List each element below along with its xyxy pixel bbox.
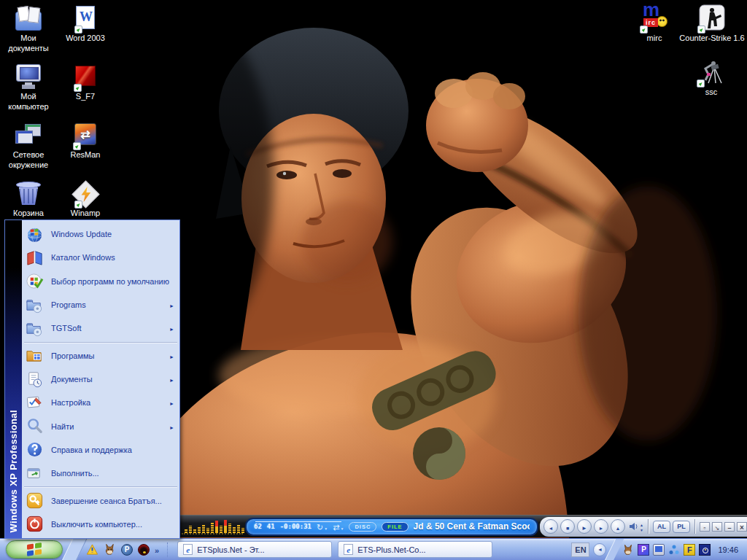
desktop-icon-word-2003[interactable]: Word 2003 <box>58 3 112 44</box>
volume-spinner[interactable] <box>640 521 643 532</box>
shortcut-arrow-icon <box>74 26 82 34</box>
shut-down-power-icon <box>26 515 44 533</box>
track-title: Jd & 50 Cent & Fatman Scoop - It'S Like … <box>414 521 530 532</box>
taskbar-clock[interactable]: 19:46 <box>714 545 744 554</box>
repeat-icon <box>317 520 323 533</box>
menu-item-documents[interactable]: Документы <box>22 368 179 391</box>
default-programs-icon <box>26 272 44 290</box>
minimize-button[interactable] <box>724 522 735 532</box>
desktop-icon-resman[interactable]: ResMan <box>58 120 112 160</box>
menu-item-default-programs[interactable]: Выбор программ по умолчанию <box>22 270 179 293</box>
shuffle-button[interactable] <box>333 520 344 533</box>
speaker-icon <box>629 522 639 531</box>
submenu-arrow-icon <box>169 351 174 360</box>
previous-icon <box>549 520 554 533</box>
menu-separator <box>24 342 177 343</box>
desktop-icon-winamp[interactable]: Winamp <box>58 178 112 219</box>
run-icon <box>26 464 44 483</box>
tray-display-icon[interactable] <box>653 544 665 556</box>
windows-flag-icon <box>26 542 42 556</box>
restore-button[interactable] <box>700 522 710 532</box>
quick-launch <box>83 543 165 556</box>
submenu-arrow-icon <box>169 324 174 332</box>
menu-item-tgtsoft[interactable]: TGTSoft <box>22 316 179 340</box>
menu-item-settings[interactable]: Настройка <box>22 391 179 414</box>
start-menu-banner: Windows XP Professional <box>5 220 22 538</box>
chevron-down-icon <box>324 520 328 533</box>
menu-item-programs-en[interactable]: Programs <box>22 293 179 316</box>
windows-update-icon <box>26 225 44 244</box>
task-button-label: ETS-Plus.Net-Co... <box>357 545 426 554</box>
tray-network-molecule-icon[interactable] <box>668 544 680 556</box>
desktop-icon-recycle-bin[interactable]: Корзина <box>1 178 55 219</box>
desktop-icon-ssc[interactable]: ssc <box>687 57 735 98</box>
desktop-icon-my-computer[interactable]: Мой компьютер <box>1 61 55 112</box>
dock-button[interactable] <box>712 522 722 532</box>
task-button-ets-plus[interactable]: ETS-Plus.Net-Co... <box>338 541 492 558</box>
taskbar-grip[interactable] <box>167 542 169 557</box>
desktop-icon-my-documents[interactable]: Мои документы <box>1 3 55 54</box>
stop-button[interactable] <box>560 519 575 534</box>
repeat-button[interactable] <box>317 520 328 533</box>
programs-menu-icon <box>26 346 44 365</box>
menu-item-log-off[interactable]: Завершение сеанса Братъя... <box>22 489 179 512</box>
my-documents-icon <box>15 3 42 32</box>
pl-button[interactable]: PL <box>673 521 690 533</box>
desktop-icon-s-f7[interactable]: S_F7 <box>58 61 112 102</box>
divider <box>694 519 695 534</box>
menu-item-programs-ru[interactable]: Программы <box>22 344 179 368</box>
shortcut-arrow-icon <box>74 201 82 209</box>
desktop-icon-label: Word 2003 <box>66 34 105 44</box>
winamp-controls: AL PL <box>540 517 747 537</box>
next-button[interactable] <box>594 519 608 534</box>
next-icon <box>599 520 604 533</box>
close-button[interactable] <box>737 522 747 532</box>
tray-network-activity-icon[interactable] <box>699 544 711 556</box>
tray-emule-icon[interactable] <box>622 544 634 556</box>
winamp-icon <box>76 178 96 207</box>
desktop-icon-label: S_F7 <box>76 92 95 102</box>
start-button[interactable] <box>6 540 63 559</box>
menu-item-help[interactable]: Справка и поддержка <box>22 438 179 462</box>
submenu-arrow-icon <box>169 422 174 431</box>
banner-text: Windows XP Professional <box>8 404 19 539</box>
desktop-icon-mirc[interactable]: mirc <box>630 3 678 44</box>
menu-separator <box>24 486 177 487</box>
shortcut-arrow-icon <box>74 84 82 92</box>
disc-button[interactable]: DISC <box>349 522 376 532</box>
tray-flashget-icon[interactable] <box>684 544 695 556</box>
quick-launch-overflow-chevron-icon[interactable] <box>155 543 159 556</box>
menu-item-windows-update[interactable]: Windows Update <box>22 222 179 246</box>
hide-tray-icons-button[interactable] <box>593 543 606 556</box>
quick-launch-red-icon[interactable] <box>138 544 150 556</box>
close-icon <box>740 520 744 533</box>
task-button-etsplus[interactable]: ETSplus.Net - Эт... <box>177 541 332 558</box>
menu-item-search[interactable]: Найти <box>22 415 179 438</box>
volume-up-icon <box>640 521 643 526</box>
al-button[interactable]: AL <box>653 521 670 533</box>
quick-launch-download-master-icon[interactable] <box>86 543 98 556</box>
desktop-icon-counter-strike[interactable]: Counter-Strike 1.6 <box>678 3 746 44</box>
play-pause-button[interactable] <box>577 519 592 534</box>
menu-item-run[interactable]: Выполнить... <box>22 462 179 485</box>
seek-progress-bar[interactable] <box>255 521 341 522</box>
mirc-icon <box>641 3 667 32</box>
samplerate-readout: 41 <box>267 523 275 530</box>
volume-control[interactable] <box>629 521 643 532</box>
start-menu-items: Windows Update Каталог Windows Выбор про… <box>22 220 179 538</box>
submenu-arrow-icon <box>169 398 174 407</box>
quick-launch-p-icon[interactable] <box>121 544 133 556</box>
eject-icon <box>616 520 621 533</box>
file-button[interactable]: FILE <box>382 522 408 532</box>
menu-item-shut-down[interactable]: Выключить компьютер... <box>22 513 179 536</box>
language-indicator[interactable]: EN <box>571 542 589 557</box>
open-file-button[interactable] <box>611 519 625 534</box>
quick-launch-emule-icon[interactable] <box>104 543 116 556</box>
internet-explorer-page-icon <box>183 544 193 555</box>
menu-item-windows-catalog[interactable]: Каталог Windows <box>22 246 179 269</box>
previous-button[interactable] <box>543 519 558 534</box>
desktop-icon-label: Мои документы <box>1 34 55 54</box>
desktop-icon-network[interactable]: Сетевое окружение <box>1 120 55 171</box>
tray-punto-switcher-icon[interactable] <box>638 544 649 556</box>
start-menu: Windows XP Professional Windows Update К… <box>4 219 180 539</box>
